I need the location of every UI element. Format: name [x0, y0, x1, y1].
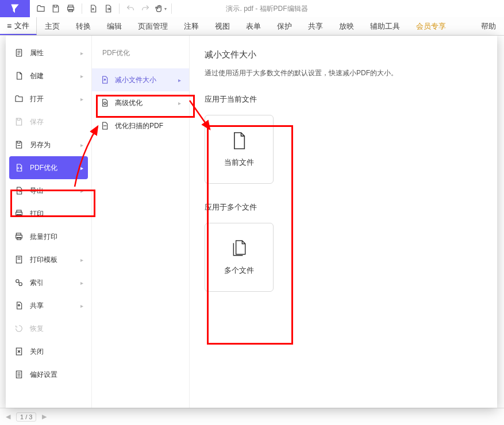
file-extract-icon[interactable] [101, 1, 116, 16]
revert-icon [14, 323, 24, 334]
hand-icon[interactable]: ▾ [153, 1, 168, 16]
file-item-label: 打印模板 [30, 255, 57, 265]
reduce-size-icon [100, 75, 109, 84]
submenu-advanced[interactable]: 高级优化 ▸ [92, 91, 189, 114]
compress-icon [14, 163, 24, 173]
quick-access-toolbar: ▾ 演示. pdf - 福昕PDF编辑器 [30, 0, 504, 17]
chevron-right-icon: ▸ [80, 280, 83, 286]
section-multi-label: 应用于多个文件 [205, 202, 482, 212]
document-icon [14, 48, 24, 58]
file-item-properties[interactable]: 属性 ▸ [6, 41, 91, 64]
file-item-print[interactable]: 打印 [6, 202, 91, 225]
submenu-reduce-size[interactable]: 减小文件大小 ▸ [92, 68, 189, 91]
tab-protect[interactable]: 保护 [269, 17, 300, 35]
svg-point-15 [104, 102, 106, 105]
submenu-heading: PDF优化 [92, 41, 189, 68]
save-icon[interactable] [48, 1, 63, 16]
file-item-saveas[interactable]: 另存为 ▸ [6, 133, 91, 156]
file-item-revert: 恢复 [6, 317, 91, 340]
redo-icon[interactable] [138, 1, 153, 16]
export-icon [14, 186, 24, 196]
file-item-label: 索引 [30, 278, 44, 288]
page-next-icon[interactable]: ▶ [42, 413, 47, 420]
submenu-scanned[interactable]: 优化扫描的PDF [92, 114, 189, 137]
file-item-index[interactable]: 索引 ▸ [6, 271, 91, 294]
open-icon[interactable] [33, 1, 48, 16]
svg-rect-2 [69, 9, 73, 11]
file-item-close[interactable]: 关闭 [6, 340, 91, 363]
tab-present[interactable]: 放映 [331, 17, 362, 35]
print-icon[interactable] [63, 1, 78, 16]
title-bar: ▾ 演示. pdf - 福昕PDF编辑器 [0, 0, 504, 17]
save-icon [14, 117, 24, 127]
file-item-label: 创建 [30, 71, 44, 81]
close-doc-icon [14, 346, 24, 357]
tab-file[interactable]: ≡ 文件 [0, 17, 37, 35]
file-item-export[interactable]: 导出 ▸ [6, 179, 91, 202]
page-prev-icon[interactable]: ◀ [6, 413, 10, 420]
tab-page[interactable]: 页面管理 [130, 17, 176, 35]
svg-rect-8 [17, 237, 21, 239]
preferences-icon [14, 369, 24, 380]
tab-comment[interactable]: 注释 [176, 17, 207, 35]
file-item-label: 共享 [30, 301, 44, 311]
file-new-icon [14, 71, 24, 81]
file-item-label: 批量打印 [30, 232, 57, 242]
tab-edit[interactable]: 编辑 [99, 17, 130, 35]
file-item-preferences[interactable]: 偏好设置 [6, 363, 91, 386]
menu-icon: ≡ [7, 21, 11, 30]
file-icon [230, 131, 248, 150]
batch-print-icon [14, 231, 24, 242]
chevron-right-icon: ▸ [80, 73, 83, 79]
svg-rect-9 [16, 233, 21, 235]
file-item-batchprint[interactable]: 批量打印 [6, 225, 91, 248]
undo-icon[interactable] [123, 1, 138, 16]
tab-help[interactable]: 帮助 [473, 17, 504, 35]
tab-form[interactable]: 表单 [238, 17, 269, 35]
file-item-open[interactable]: 打开 ▸ [6, 87, 91, 110]
chevron-right-icon: ▸ [80, 257, 83, 263]
detail-description: 通过使用适用于大多数文件的默认设置，快速减小PDF的大小。 [205, 68, 482, 78]
tab-convert[interactable]: 转换 [68, 17, 99, 35]
file-item-label: 保存 [30, 117, 44, 127]
print-icon [14, 208, 24, 219]
file-item-label: 打印 [30, 209, 44, 219]
submenu-label: 减小文件大小 [115, 75, 156, 85]
card-multiple-files[interactable]: 多个文件 [205, 223, 274, 292]
optimize-detail-pane: 减小文件大小 通过使用适用于大多数文件的默认设置，快速减小PDF的大小。 应用于… [190, 36, 497, 408]
tab-file-label: 文件 [14, 21, 29, 31]
svg-point-11 [16, 280, 19, 283]
file-item-share[interactable]: 共享 ▸ [6, 294, 91, 317]
file-item-printtemplate[interactable]: 打印模板 ▸ [6, 248, 91, 271]
tab-share[interactable]: 共享 [300, 17, 331, 35]
template-icon [14, 254, 24, 265]
tab-home[interactable]: 主页 [37, 17, 68, 35]
submenu-label: 优化扫描的PDF [115, 121, 163, 131]
section-current-label: 应用于当前文件 [205, 94, 482, 105]
chevron-right-icon: ▸ [178, 77, 181, 83]
ribbon-tabs: ≡ 文件 主页 转换 编辑 页面管理 注释 视图 表单 保护 共享 放映 辅助工… [0, 17, 504, 36]
file-item-label: 打开 [30, 94, 44, 104]
folder-open-icon [14, 94, 24, 104]
svg-rect-10 [16, 256, 21, 263]
file-item-create[interactable]: 创建 ▸ [6, 64, 91, 87]
chevron-right-icon: ▸ [178, 100, 181, 106]
card-current-file[interactable]: 当前文件 [205, 115, 274, 184]
optimize-submenu: PDF优化 减小文件大小 ▸ 高级优化 ▸ 优化扫描的PDF [92, 36, 190, 408]
file-item-label: 偏好设置 [30, 370, 57, 380]
tab-view[interactable]: 视图 [207, 17, 238, 35]
file-item-optimize[interactable]: PDF优化 ▸ [9, 156, 88, 179]
tab-vip[interactable]: 会员专享 [408, 17, 454, 35]
chevron-right-icon: ▸ [80, 188, 83, 194]
share-icon [14, 300, 24, 311]
file-item-label: 恢复 [30, 324, 44, 334]
file-item-save: 保存 [6, 110, 91, 133]
chevron-right-icon: ▸ [80, 165, 83, 171]
card-label: 多个文件 [224, 265, 254, 276]
tab-tools[interactable]: 辅助工具 [362, 17, 408, 35]
scanned-pdf-icon [100, 121, 109, 130]
app-logo [0, 0, 30, 17]
file-add-icon[interactable] [86, 1, 101, 16]
page-indicator[interactable]: 1 / 3 [16, 412, 36, 422]
svg-rect-6 [17, 214, 21, 217]
